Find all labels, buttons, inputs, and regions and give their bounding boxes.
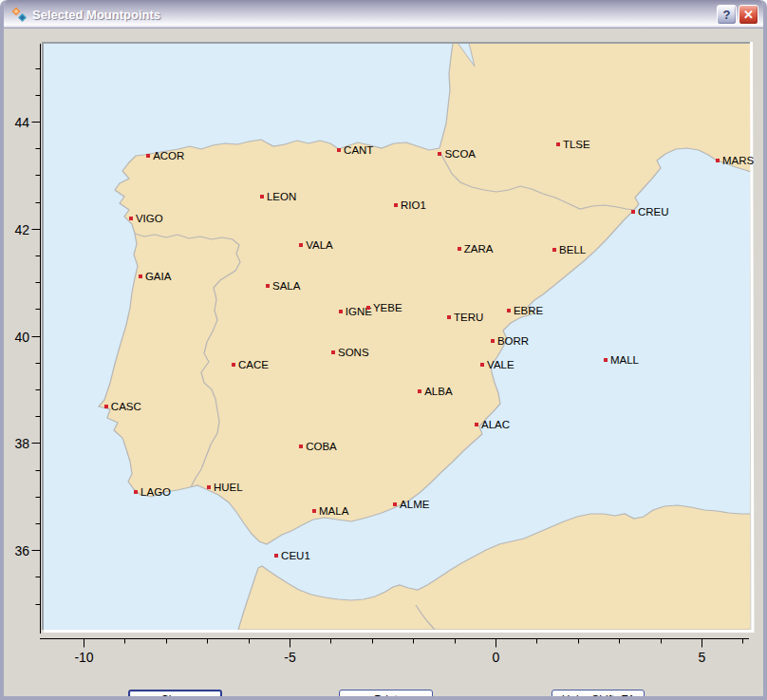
title-bar[interactable]: Selected Mountpoints ? ✕ [4, 0, 763, 28]
dialog-window: Selected Mountpoints ? ✕ -10-50544424038… [0, 0, 767, 700]
mountpoint-marker [507, 309, 511, 312]
mountpoint-label: COBA [306, 441, 337, 452]
mountpoint-label: RIO1 [401, 199, 426, 211]
mountpoint-label: SALA [272, 280, 301, 292]
mountpoint-label: CACE [238, 359, 269, 370]
mountpoint-marker [139, 274, 142, 278]
mountpoint-marker [447, 315, 451, 319]
mountpoint-label: MALA [319, 505, 349, 517]
mountpoint-marker [438, 152, 441, 156]
mountpoint-marker [266, 284, 270, 288]
mountpoint-label: BORR [497, 335, 529, 347]
mountpoint-marker [631, 210, 635, 214]
mountpoint-label: VIGO [136, 213, 163, 224]
mountpoint-BORR: BORR [491, 335, 529, 347]
y-tick-label: 44 [14, 115, 29, 130]
x-tick-label: 0 [493, 650, 500, 665]
mountpoint-label: ZARA [464, 243, 494, 255]
mountpoint-ACOR: ACOR [146, 150, 184, 161]
mountpoint-label: TERU [454, 312, 483, 323]
mountpoint-marker [393, 502, 397, 506]
mountpoint-label: TLSE [563, 139, 590, 150]
mountpoint-label: VALA [306, 239, 333, 251]
mountpoint-label: SCOA [444, 148, 476, 160]
mountpoint-marker [146, 154, 150, 158]
mountpoint-marker [475, 423, 478, 426]
help-button[interactable]: Help=Shift+F1 [552, 690, 645, 700]
mountpoint-marker [260, 195, 264, 199]
mountpoint-label: CREU [638, 206, 669, 218]
mountpoint-marker [480, 363, 484, 367]
x-tick-label: -10 [74, 650, 93, 665]
mountpoint-marker [207, 485, 211, 489]
mountpoint-marker [458, 247, 461, 251]
y-tick-label: 42 [14, 222, 29, 237]
x-tick-label: -5 [284, 650, 296, 665]
mountpoint-label: LAGO [140, 486, 171, 498]
app-icon [11, 7, 28, 23]
dialog-client-area: -10-5054442403836ACORCANTSCOATLSEMARSLEO… [4, 28, 763, 696]
help-icon[interactable]: ? [717, 5, 737, 25]
mountpoint-MARS: MARS [716, 155, 755, 166]
mountpoint-marker [129, 217, 133, 220]
mountpoint-marker [552, 248, 556, 252]
mountpoint-label: HUEL [214, 482, 243, 493]
mountpoint-label: ACOR [153, 150, 184, 161]
mountpoint-marker [299, 445, 303, 448]
y-tick-label: 38 [14, 436, 29, 451]
mountpoint-marker [134, 490, 138, 494]
mountpoint-marker [232, 363, 235, 367]
mountpoint-label: CANT [344, 144, 373, 156]
mountpoint-marker [491, 339, 495, 343]
mountpoint-marker [337, 148, 341, 152]
window-title: Selected Mountpoints [32, 8, 715, 22]
mountpoint-label: ALBA [424, 386, 453, 397]
mountpoint-label: LEON [267, 191, 296, 202]
mountpoint-label: ALME [400, 499, 430, 510]
mountpoint-marker [312, 509, 316, 513]
mountpoint-marker [339, 310, 343, 313]
mountpoint-marker [716, 159, 720, 162]
mountpoint-marker [104, 405, 108, 408]
mountpoint-marker [394, 203, 398, 207]
y-tick-label: 40 [14, 330, 29, 345]
mountpoint-marker [274, 554, 278, 558]
y-tick-label: 36 [14, 543, 29, 558]
mountpoint-marker [604, 358, 608, 362]
mountpoint-label: CASC [111, 401, 141, 412]
mountpoint-label: BELL [559, 244, 587, 255]
print-button[interactable]: Print [339, 690, 433, 700]
mountpoint-label: YEBE [373, 302, 402, 313]
mountpoint-marker [366, 306, 370, 310]
mountpoint-label: GAIA [145, 271, 172, 282]
mountpoint-label: MARS [722, 155, 755, 166]
mountpoint-label: ALAC [481, 419, 510, 430]
x-tick-label: 5 [699, 650, 706, 665]
mountpoint-marker [331, 350, 335, 354]
mountpoint-label: CEU1 [281, 550, 310, 561]
mountpoint-marker [418, 389, 421, 393]
mountpoint-label: EBRE [514, 305, 544, 316]
mountpoint-label: SONS [338, 347, 369, 358]
mountpoint-marker [299, 243, 303, 247]
mountpoint-label: MALL [610, 354, 640, 366]
close-icon[interactable]: ✕ [739, 5, 758, 25]
mountpoints-map: -10-5054442403836ACORCANTSCOATLSEMARSLEO… [4, 28, 763, 668]
close-button[interactable]: Close [128, 690, 222, 700]
mountpoint-label: VALE [487, 359, 514, 370]
mountpoint-marker [556, 142, 560, 146]
